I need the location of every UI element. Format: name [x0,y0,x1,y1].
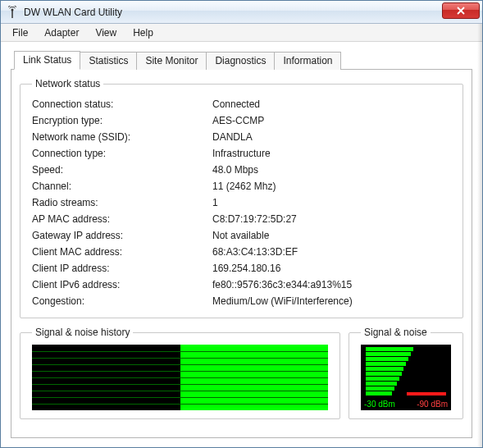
row-client-mac: Client MAC address: 68:A3:C4:13:3D:EF [32,244,451,260]
label-network-name: Network name (SSID): [32,131,212,143]
row-client-ip: Client IP address: 169.254.180.16 [32,260,451,277]
row-connection-type: Connection type: Infrastructure [32,145,451,162]
tab-strip: Link Status Statistics Site Monitor Diag… [14,50,472,69]
value-congestion: Medium/Low (WiFi/Interference) [212,295,451,307]
svg-point-0 [11,8,14,11]
signal-noise-history-legend: Signal & noise history [32,327,133,338]
signal-dbm-label: -30 dBm [364,400,395,409]
value-encryption-type: AES-CCMP [212,115,451,126]
label-channel: Channel: [32,181,212,192]
value-client-ip: 169.254.180.16 [212,263,451,274]
menubar: File Adapter View Help [1,24,482,42]
tab-diagnostics[interactable]: Diagnostics [206,52,275,70]
value-connection-type: Infrastructure [212,148,451,159]
row-congestion: Congestion: Medium/Low (WiFi/Interferenc… [32,293,451,309]
row-encryption-type: Encryption type: AES-CCMP [32,112,451,129]
close-button[interactable] [442,2,480,19]
label-connection-type: Connection type: [32,148,212,159]
value-connection-status: Connected [212,98,451,110]
label-client-ipv6: Client IPv6 address: [32,279,212,290]
row-speed: Speed: 48.0 Mbps [32,162,451,178]
antenna-icon [6,6,19,19]
label-radio-streams: Radio streams: [32,197,212,208]
label-connection-status: Connection status: [32,98,212,110]
label-gateway-ip: Gateway IP address: [32,230,212,241]
menu-file[interactable]: File [4,25,36,40]
app-window: DW WLAN Card Utility File Adapter View H… [0,0,483,448]
value-ap-mac: C8:D7:19:72:5D:27 [212,213,451,225]
noise-bar-icon [407,392,446,395]
menu-help[interactable]: Help [125,25,162,40]
signal-noise-group: Signal & noise [349,327,463,419]
tab-statistics[interactable]: Statistics [80,52,137,70]
value-speed: 48.0 Mbps [212,164,451,176]
label-client-mac: Client MAC address: [32,246,212,258]
window-title: DW WLAN Card Utility [24,7,122,18]
menu-view[interactable]: View [87,25,125,40]
row-channel: Channel: 11 (2462 Mhz) [32,178,451,194]
label-speed: Speed: [32,164,212,176]
label-encryption-type: Encryption type: [32,115,212,126]
row-ap-mac: AP MAC address: C8:D7:19:72:5D:27 [32,211,451,227]
tab-site-monitor[interactable]: Site Monitor [136,52,207,70]
value-gateway-ip: Not available [212,230,451,241]
value-channel: 11 (2462 Mhz) [212,181,451,192]
row-connection-status: Connection status: Connected [32,96,451,112]
tab-link-status[interactable]: Link Status [14,51,80,70]
tab-information[interactable]: Information [274,52,341,70]
signal-noise-meter: -30 dBm -90 dBm [361,345,451,410]
network-status-legend: Network status [32,78,103,89]
row-radio-streams: Radio streams: 1 [32,194,451,211]
label-congestion: Congestion: [32,295,212,307]
label-client-ip: Client IP address: [32,263,212,274]
signal-noise-legend: Signal & noise [361,327,431,338]
value-client-mac: 68:A3:C4:13:3D:EF [212,246,451,258]
tab-panel-link-status: Network status Connection status: Connec… [11,69,472,438]
content-area: Link Status Statistics Site Monitor Diag… [1,42,482,448]
value-network-name: DANDLA [212,131,451,143]
menu-adapter[interactable]: Adapter [36,25,87,40]
network-status-group: Network status Connection status: Connec… [20,78,463,318]
signal-history-chart [32,345,328,410]
row-network-name: Network name (SSID): DANDLA [32,129,451,145]
value-client-ipv6: fe80::9576:36c3:e344:a913%15 [212,279,451,290]
row-client-ipv6: Client IPv6 address: fe80::9576:36c3:e34… [32,277,451,293]
label-ap-mac: AP MAC address: [32,213,212,225]
signal-bars-icon [366,346,413,395]
row-gateway-ip: Gateway IP address: Not available [32,227,451,244]
value-radio-streams: 1 [212,197,451,208]
noise-dbm-label: -90 dBm [417,400,448,409]
titlebar[interactable]: DW WLAN Card Utility [1,1,482,24]
signal-noise-history-group: Signal & noise history [20,327,340,419]
